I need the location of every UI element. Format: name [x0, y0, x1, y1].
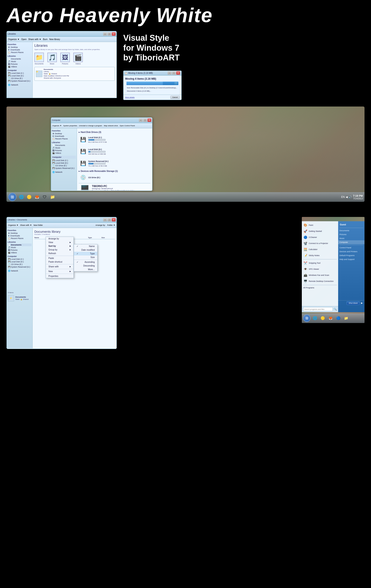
context-menu[interactable]: Arrange by View ▶ Sort by ▶ Group by ▶	[46, 237, 74, 278]
drive-sysres[interactable]: 💾 System Reserved (G:) 70.1 MB free of 9…	[79, 159, 118, 168]
comp-sidebar-cd[interactable]: 💿 CD Drive (E:)	[52, 164, 76, 167]
sort-more[interactable]: More...	[74, 268, 97, 271]
sort-type[interactable]: ✓Type	[74, 252, 97, 255]
sm-right-computer[interactable]: Computer	[338, 240, 364, 244]
taskbar-icon-firefox[interactable]: 🦊	[34, 194, 40, 200]
sm-item-sticky-notes[interactable]: 📝 Sticky Notes	[302, 252, 338, 259]
docs-sidebar-local-c[interactable]: 💾 Local Disk (C:)	[8, 258, 31, 261]
sort-descending[interactable]: Descending	[74, 264, 97, 268]
sm-item-xps[interactable]: 👁️ XPS Viewer	[302, 266, 338, 272]
drive-local-c[interactable]: 💾 Local Disk (C:) 64.2 GB free of 97.5 G…	[79, 136, 118, 144]
dialog-max-button[interactable]: □	[172, 71, 176, 75]
sm-all-programs[interactable]: All Programs	[302, 286, 338, 290]
sm-item-snipping[interactable]: ✂️ Snipping Tool	[302, 260, 338, 266]
sm-search-bar[interactable]: 🔍	[302, 306, 338, 312]
close-button[interactable]: ✕	[112, 32, 116, 36]
comp-sidebar-downloads[interactable]: ⬇ Downloads	[52, 135, 76, 137]
ctx-properties[interactable]: Properties	[46, 274, 73, 278]
comp-sidebar-network[interactable]: 🌐 Network	[52, 171, 76, 173]
taskbar-icon-security[interactable]: 🛡	[41, 194, 48, 200]
sort-size[interactable]: Size	[74, 255, 97, 259]
sidebar-item-documents[interactable]: 📄 Documents	[8, 58, 31, 60]
taskbar2-icon-chrome[interactable]: 🟡	[320, 315, 326, 322]
docs-sidebar-desktop[interactable]: 🖥 Desktop	[8, 232, 31, 234]
docs-min-button[interactable]: ─	[103, 218, 107, 221]
open-button[interactable]: Open	[21, 38, 26, 41]
new-library-button[interactable]: New library	[49, 38, 60, 41]
comp-min-button[interactable]: ─	[139, 118, 143, 122]
docs-sidebar-documents[interactable]: 📄 Documents	[8, 243, 31, 246]
ctx-arrange-by[interactable]: Arrange by	[46, 237, 73, 241]
ctx-paste-shortcut[interactable]: Paste shortcut	[46, 260, 73, 264]
sm-right-devices[interactable]: Devices and Printers	[338, 250, 364, 253]
sm-right-music[interactable]: Music	[338, 236, 364, 240]
sidebar-item-downloads[interactable]: ⬇ Downloads	[8, 49, 31, 51]
sm-item-remote[interactable]: 🖥️ Remote Desktop Connection	[302, 278, 338, 284]
sort-date-modified[interactable]: Date modified	[74, 248, 97, 252]
taskbar-icon-explorer[interactable]: 📁	[49, 194, 56, 200]
comp-sidebar-pics[interactable]: 🖼 Pictures	[52, 149, 76, 152]
ctx-refresh[interactable]: Refresh	[46, 252, 73, 255]
taskbar-icon-chrome[interactable]: 🟡	[26, 194, 32, 200]
sidebar-item-videos[interactable]: 🎬 Videos	[8, 65, 31, 68]
sm-right-pics[interactable]: Pictures	[338, 232, 364, 236]
comp-close-button[interactable]: ✕	[147, 118, 151, 122]
start-btn-2[interactable]: ⊞	[303, 315, 311, 322]
docs-new-folder[interactable]: New folder	[33, 224, 43, 226]
more-details-link[interactable]: More details	[125, 96, 135, 98]
ctx-share-with[interactable]: Share with ▶	[46, 265, 73, 268]
shutdown-button[interactable]: Shut down	[347, 301, 360, 305]
docs-sidebar-local-d[interactable]: 💾 Local Disk (D:)	[8, 261, 31, 263]
docs-share-with[interactable]: Share with ▼	[20, 224, 32, 226]
docs-sidebar-network[interactable]: 🌐 Network	[8, 270, 31, 272]
sm-search-input[interactable]	[303, 307, 333, 311]
comp-sidebar-sysres[interactable]: 💾 System Reserved (G:)	[52, 167, 76, 169]
cancel-button[interactable]: Cancel	[170, 96, 180, 99]
sm-right-default-progs[interactable]: Default Programs	[338, 253, 364, 257]
taskbar2-icon-folder[interactable]: 📁	[343, 315, 349, 322]
docs-sidebar-downloads[interactable]: ⬇ Downloads	[8, 234, 31, 237]
comp-sidebar-docs[interactable]: 📄 Documents	[52, 144, 76, 147]
lib-icon-music[interactable]: 🎵 Music	[47, 52, 57, 65]
sort-name[interactable]: ✓Name	[74, 244, 97, 248]
start-button[interactable]: ⊞	[8, 193, 16, 201]
docs-organize[interactable]: Organize ▼	[8, 224, 18, 226]
taskbar-icon-ie[interactable]: 🌐	[18, 194, 25, 200]
maximize-button[interactable]: □	[108, 32, 111, 36]
dialog-close-button[interactable]: ✕	[176, 71, 180, 75]
comp-max-button[interactable]: □	[143, 118, 147, 122]
ctx-sort-by[interactable]: Sort by ▶	[46, 244, 73, 248]
drive-local-d[interactable]: 💾 Local Disk (D:) 440 GB free of 498 GB	[79, 147, 118, 156]
sidebar-item-local-d[interactable]: 💾 Local Disk (D:)	[8, 74, 31, 77]
docs-sidebar-music[interactable]: 🎵 Music	[8, 246, 31, 249]
docs-sidebar-sysres[interactable]: 💾 System Reserved (G:)	[8, 266, 31, 268]
sm-item-paint[interactable]: 🎨 Paint	[302, 222, 338, 228]
sidebar-item-recent[interactable]: 📋 Recent Places	[8, 51, 31, 54]
ctx-new[interactable]: New ▶	[46, 270, 73, 273]
docs-close-button[interactable]: ✕	[112, 218, 116, 221]
comp-sys-props[interactable]: System properties	[63, 125, 77, 127]
lib-icon-pictures[interactable]: 🖼 Pictures	[60, 52, 70, 65]
docs-max-button[interactable]: □	[108, 218, 111, 221]
minimize-button[interactable]: ─	[103, 32, 107, 36]
sidebar-item-music[interactable]: 🎵 Music	[8, 60, 31, 63]
organize-button[interactable]: Organize ▼	[8, 38, 20, 41]
sidebar-item-local-c[interactable]: 💾 Local Disk (C:)	[8, 72, 31, 74]
sm-item-calculator[interactable]: 🧮 Calculator	[302, 246, 338, 252]
taskbar2-icon-security[interactable]: 🔵	[335, 315, 341, 322]
drive-cd[interactable]: 💿 CD Drive (E:)	[79, 174, 150, 181]
sm-right-docs[interactable]: Documents	[338, 229, 364, 232]
ctx-group-by[interactable]: Group by ▶	[46, 248, 73, 252]
comp-sidebar-desktop[interactable]: 🖥 Desktop	[52, 132, 76, 135]
sm-right-guest[interactable]: Guest	[338, 222, 364, 227]
sm-right-help[interactable]: Help and Support	[338, 257, 364, 261]
shutdown-arrow-icon[interactable]: ▶	[361, 302, 363, 304]
comp-map-drive[interactable]: Map network drive	[104, 125, 118, 127]
docs-sidebar-videos[interactable]: 🎬 Videos	[8, 251, 31, 254]
comp-sidebar-music[interactable]: 🎵 Music	[52, 147, 76, 149]
sm-item-getting-started[interactable]: 🚀 Getting Started	[302, 228, 338, 234]
docs-sidebar-recent[interactable]: 📋 Recent Places	[8, 237, 31, 240]
docs-folder-sort[interactable]: Folder ▼	[107, 224, 115, 226]
sm-item-ccleaner[interactable]: 🔵 CCleaner	[302, 234, 338, 240]
comp-sidebar-local-c[interactable]: 💾 Local Disk (C:)	[52, 159, 76, 162]
